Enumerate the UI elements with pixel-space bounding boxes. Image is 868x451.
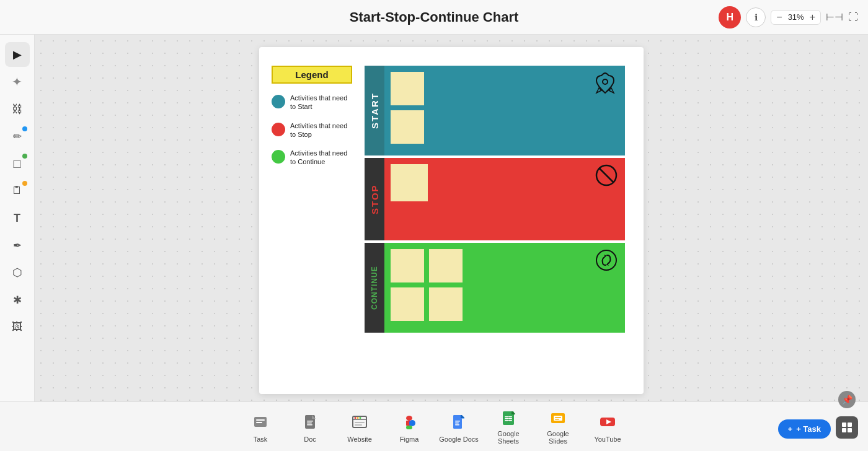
taskbar-youtube[interactable]: YouTube: [583, 405, 632, 449]
tool-nodes[interactable]: ⬡: [5, 260, 30, 285]
svg-rect-34: [554, 416, 562, 421]
shape-icon: □: [13, 157, 20, 171]
pen-dot: [22, 126, 27, 131]
continue-note-1[interactable]: [391, 249, 424, 282]
stop-content: [384, 158, 625, 240]
zoom-in-button[interactable]: +: [808, 12, 817, 23]
gsheets-icon: [497, 409, 520, 427]
taskbar-gslides-label: Google Slides: [537, 430, 579, 445]
taskbar-gdocs[interactable]: Google Docs: [434, 405, 484, 449]
note-dot: [22, 181, 27, 186]
svg-rect-17: [355, 424, 362, 426]
svg-rect-22: [406, 426, 412, 429]
legend-stop-label: Activities that need to Stop: [290, 121, 352, 139]
svg-line-2: [599, 168, 614, 183]
grid-view-button[interactable]: [836, 416, 858, 439]
add-task-button[interactable]: + + Task: [778, 419, 831, 439]
draw-icon: ✒: [13, 239, 22, 252]
taskbar-gslides[interactable]: Google Slides: [533, 405, 583, 449]
taskbar-task[interactable]: Task: [236, 405, 285, 449]
select-icon: ▶: [13, 48, 22, 61]
legend-item-stop: Activities that need to Stop: [272, 121, 352, 139]
tool-ai[interactable]: ✦: [5, 69, 30, 94]
start-note-2[interactable]: [391, 110, 424, 144]
svg-rect-20: [406, 421, 409, 426]
ai-icon: ✦: [12, 74, 22, 89]
tool-note[interactable]: 🗒: [5, 178, 30, 203]
website-icon: [348, 411, 371, 433]
taskbar-gdocs-label: Google Docs: [439, 436, 479, 443]
taskbar-gsheets[interactable]: Google Sheets: [484, 405, 533, 449]
grid-icon: [841, 421, 853, 434]
svg-rect-39: [842, 423, 846, 427]
taskbar-figma[interactable]: Figma: [384, 405, 434, 449]
taskbar-task-label: Task: [254, 436, 268, 443]
gdocs-icon: [448, 411, 470, 433]
svg-rect-35: [555, 417, 561, 418]
start-note-1[interactable]: [391, 72, 424, 105]
taskbar-doc[interactable]: Doc: [285, 405, 335, 449]
tool-link[interactable]: ⛓: [5, 97, 30, 121]
page-title: Start-Stop-Continue Chart: [350, 9, 519, 25]
tool-pen[interactable]: ✏: [5, 124, 30, 149]
continue-row: CONTINUE: [365, 243, 625, 333]
continue-note-4[interactable]: [429, 287, 463, 321]
fit-width-button[interactable]: ⊢⊣: [826, 11, 843, 23]
svg-rect-8: [307, 421, 313, 422]
pin-button[interactable]: 📌: [838, 391, 856, 408]
fullscreen-button[interactable]: ⛶: [848, 12, 858, 23]
pen-icon: ✏: [13, 130, 22, 143]
canvas-area: Legend Activities that need to Start Act…: [35, 35, 868, 401]
tool-draw[interactable]: ✒: [5, 233, 30, 258]
start-row: START: [365, 66, 625, 155]
tool-text[interactable]: T: [5, 206, 30, 230]
taskbar-figma-label: Figma: [400, 436, 419, 443]
user-avatar[interactable]: H: [719, 6, 741, 28]
tool-select[interactable]: ▶: [5, 42, 30, 67]
svg-rect-18: [406, 416, 412, 421]
tool-shape[interactable]: □: [5, 151, 30, 176]
zoom-out-button[interactable]: −: [775, 12, 783, 23]
youtube-icon: [596, 411, 619, 433]
svg-point-0: [603, 79, 608, 84]
add-task-plus: +: [788, 424, 793, 434]
text-icon: T: [14, 212, 20, 225]
main-area: ▶ ✦ ⛓ ✏ □ 🗒 T ✒ ⬡ ✱: [0, 35, 868, 401]
svg-rect-6: [256, 422, 262, 423]
continue-col-1: [391, 249, 424, 321]
stop-row: STOP: [365, 158, 625, 240]
svg-rect-10: [307, 424, 312, 426]
continue-col-2: [429, 249, 463, 321]
taskbar: 📌 Task Doc: [0, 401, 868, 451]
stop-label: STOP: [365, 158, 384, 240]
doc-icon: [299, 411, 321, 433]
tool-image[interactable]: 🖼: [5, 315, 30, 339]
svg-rect-9: [307, 423, 312, 424]
legend-item-continue: Activities that need to Continue: [272, 149, 352, 167]
note-icon: 🗒: [12, 185, 22, 197]
taskbar-doc-label: Doc: [304, 436, 316, 443]
svg-point-14: [357, 417, 359, 419]
continue-label: CONTINUE: [365, 243, 384, 333]
svg-point-3: [596, 250, 616, 270]
whiteboard: Legend Activities that need to Start Act…: [259, 47, 644, 394]
legend-start-label: Activities that need to Start: [290, 94, 352, 112]
taskbar-youtube-label: YouTube: [594, 436, 621, 443]
svg-rect-32: [508, 416, 509, 422]
continue-note-3[interactable]: [391, 287, 424, 321]
stop-note-1[interactable]: [391, 164, 428, 201]
taskbar-website-label: Website: [347, 436, 372, 443]
svg-rect-27: [455, 424, 459, 426]
svg-rect-5: [256, 419, 265, 421]
taskbar-website[interactable]: Website: [335, 405, 384, 449]
taskbar-gsheets-label: Google Sheets: [487, 430, 529, 445]
top-bar-controls: H ℹ − 31% + ⊢⊣ ⛶: [719, 6, 858, 28]
tool-magic[interactable]: ✱: [5, 287, 30, 312]
start-content: [384, 66, 625, 155]
continue-note-2[interactable]: [429, 249, 463, 282]
task-icon: [249, 411, 272, 433]
info-button[interactable]: ℹ: [746, 7, 766, 27]
legend-continue-circle: [272, 150, 285, 164]
figma-icon: [398, 411, 420, 433]
rocket-icon: [591, 71, 619, 100]
